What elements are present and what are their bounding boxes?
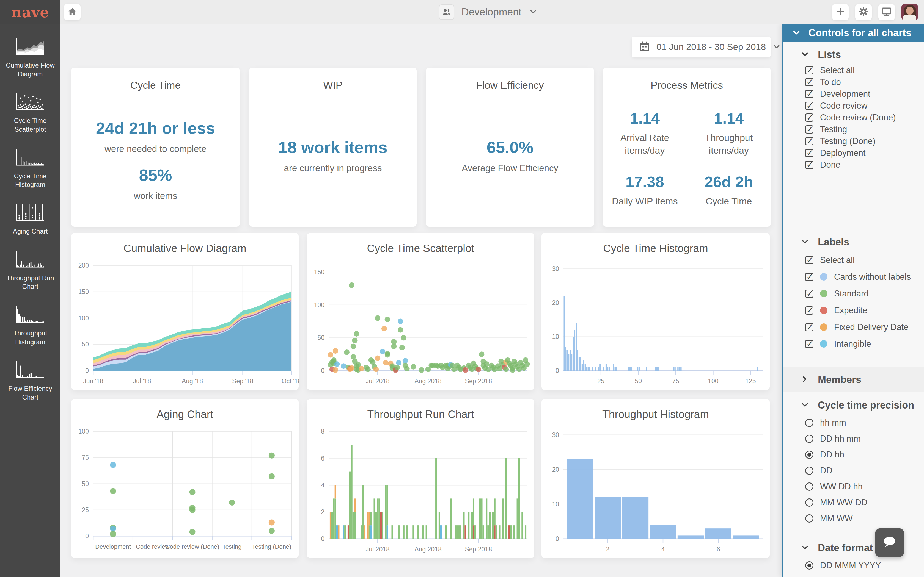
- sidebar-item-cumulative-flow-diagram[interactable]: Cumulative Flow Diagram: [0, 30, 60, 85]
- section-labels: LabelsSelect allCards without labelsStan…: [782, 229, 924, 367]
- checkbox-option-done[interactable]: Done: [805, 159, 924, 171]
- sidebar-item-cycle-time-histogram[interactable]: Cycle Time Histogram: [0, 141, 60, 196]
- svg-text:Code review: Code review: [136, 543, 170, 550]
- aging-icon: [14, 201, 47, 223]
- radio-option-dd-hh[interactable]: DD hh: [805, 447, 924, 463]
- radio-option-mm-ww-dd[interactable]: MM WW DD: [805, 495, 924, 511]
- option-label: Fixed Delivery Date: [834, 322, 908, 332]
- radio-option-hh-mm[interactable]: hh mm: [805, 415, 924, 431]
- radio-option-dd[interactable]: DD: [805, 463, 924, 479]
- checkbox-option-code-review[interactable]: Code review: [805, 100, 924, 111]
- radio-option-mm-ww[interactable]: MM WW: [805, 511, 924, 527]
- section-members[interactable]: Members: [782, 367, 924, 392]
- process-metric-value: 1.14: [714, 110, 744, 127]
- sidebar-item-throughput-histogram[interactable]: Throughput Histogram: [0, 298, 60, 353]
- svg-text:Jul '18: Jul '18: [133, 377, 151, 385]
- section-title: Labels: [818, 236, 849, 248]
- settings-button[interactable]: [855, 4, 872, 20]
- chevron-down-icon: [800, 237, 809, 247]
- user-avatar[interactable]: [901, 4, 918, 20]
- checkbox-option-code-review-done-[interactable]: Code review (Done): [805, 111, 924, 123]
- radio-option-dd-mmm-yyyy[interactable]: DD MMM YYYY: [805, 558, 924, 574]
- svg-text:50: 50: [635, 377, 642, 385]
- checkbox-icon: [805, 149, 813, 157]
- checkbox-option-deployment[interactable]: Deployment: [805, 147, 924, 159]
- svg-text:20: 20: [552, 299, 559, 306]
- throughput-histogram-card[interactable]: Throughput Histogram 0102030246: [541, 399, 770, 558]
- checkbox-option-fixed-delivery-date[interactable]: Fixed Delivery Date: [805, 319, 924, 335]
- date-range-picker[interactable]: 01 Jun 2018 - 30 Sep 2018: [632, 37, 771, 57]
- cycle-time-histogram-card[interactable]: Cycle Time Histogram 0102030255075100125: [541, 233, 770, 390]
- label-color-dot: [820, 323, 827, 331]
- throughput-run-chart-card[interactable]: Throughput Run Chart 02468Jul 2018Aug 20…: [307, 399, 534, 558]
- svg-text:Testing: Testing: [223, 543, 242, 550]
- board-switcher[interactable]: Development: [439, 4, 538, 20]
- checkbox-icon: [805, 306, 813, 314]
- flow-efficiency-caption: Average Flow Efficiency: [462, 163, 558, 173]
- checkbox-option-expedite[interactable]: Expedite: [805, 302, 924, 319]
- cumulative-flow-diagram-card[interactable]: Cumulative Flow Diagram 050100150200Jun …: [71, 233, 299, 390]
- card-title: Flow Efficiency: [476, 80, 544, 91]
- home-button[interactable]: [64, 4, 81, 20]
- checkbox-option-standard[interactable]: Standard: [805, 285, 924, 302]
- section-header-lists[interactable]: Lists: [782, 45, 924, 64]
- option-label: MM WW DD: [820, 498, 867, 508]
- checkbox-option-testing[interactable]: Testing: [805, 123, 924, 135]
- svg-text:Code review (Done): Code review (Done): [166, 543, 220, 550]
- checkbox-option-cards-without-labels[interactable]: Cards without labels: [805, 268, 924, 285]
- controls-panel-title: Controls for all charts: [809, 27, 911, 39]
- gear-icon: [858, 6, 869, 18]
- sidebar-item-aging-chart[interactable]: Aging Chart: [0, 196, 60, 243]
- cycle-time-caption: were needed to complete: [105, 144, 207, 154]
- radio-option-dd-mm-yyyy[interactable]: DD-MM-YYYY: [805, 574, 924, 577]
- sidebar-item-flow-efficiency-chart[interactable]: Flow Efficiency Chart: [0, 353, 60, 409]
- radio-option-ww-dd-hh[interactable]: WW DD hh: [805, 479, 924, 495]
- radio-icon: [805, 498, 813, 507]
- sidebar-item-throughput-run-chart[interactable]: Throughput Run Chart: [0, 243, 60, 298]
- radio-icon: [805, 561, 813, 570]
- svg-text:6: 6: [717, 546, 720, 553]
- radio-option-dd-hh-mm[interactable]: DD hh mm: [805, 431, 924, 447]
- svg-text:Jun '18: Jun '18: [83, 377, 103, 385]
- checkbox-option-to-do[interactable]: To do: [805, 76, 924, 88]
- chat-button[interactable]: [876, 529, 904, 557]
- cycle-time-value: 24d 21h or less: [96, 119, 215, 138]
- controls-panel-header[interactable]: Controls for all charts: [782, 24, 924, 42]
- svg-text:50: 50: [317, 334, 325, 341]
- sidebar-item-label: Cycle Time Scatterplot: [2, 116, 58, 134]
- display-button[interactable]: [878, 4, 895, 20]
- section-lists: ListsSelect allTo doDevelopmentCode revi…: [782, 42, 924, 229]
- option-label: DD MMM YYYY: [820, 561, 881, 571]
- process-metric-value: 1.14: [630, 110, 660, 127]
- run-chart-icon: [14, 248, 47, 270]
- cycle-time-scatterplot-plot: 050100150Jul 2018Aug 2018Sep 2018: [307, 258, 534, 388]
- svg-text:Testing (Done): Testing (Done): [252, 543, 291, 550]
- section-header-labels[interactable]: Labels: [782, 232, 924, 252]
- cycle-histogram-icon: [14, 146, 47, 168]
- sidebar-item-cycle-time-scatterplot[interactable]: Cycle Time Scatterplot: [0, 85, 60, 141]
- checkbox-icon: [805, 102, 813, 110]
- checkbox-icon: [805, 323, 813, 331]
- aging-chart-card[interactable]: Aging Chart 0255075100DevelopmentCode re…: [71, 399, 299, 558]
- svg-text:30: 30: [552, 431, 559, 438]
- checkbox-option-select-all[interactable]: Select all: [805, 64, 924, 76]
- svg-text:150: 150: [314, 268, 325, 276]
- svg-text:50: 50: [82, 480, 89, 487]
- cycle-time-scatterplot-card[interactable]: Cycle Time Scatterplot 050100150Jul 2018…: [307, 233, 534, 390]
- chevron-down-icon: [772, 42, 781, 52]
- nave-logo[interactable]: nave: [0, 0, 60, 24]
- option-label: Code review (Done): [820, 113, 896, 122]
- svg-text:Jul 2018: Jul 2018: [366, 546, 390, 553]
- flow-efficiency-value: 65.0%: [486, 138, 533, 157]
- checkbox-option-select-all[interactable]: Select all: [805, 252, 924, 268]
- chart-title: Cycle Time Histogram: [541, 242, 770, 255]
- checkbox-option-development[interactable]: Development: [805, 88, 924, 100]
- svg-text:Development: Development: [95, 543, 131, 550]
- checkbox-option-testing-done-[interactable]: Testing (Done): [805, 135, 924, 147]
- checkbox-option-intangible[interactable]: Intangible: [805, 335, 924, 352]
- section-header-precision[interactable]: Cycle time precision: [782, 396, 924, 415]
- svg-text:100: 100: [78, 314, 89, 322]
- option-label: DD hh: [820, 450, 844, 460]
- add-dashboard-button[interactable]: [832, 4, 849, 20]
- svg-text:Sep 2018: Sep 2018: [465, 377, 492, 385]
